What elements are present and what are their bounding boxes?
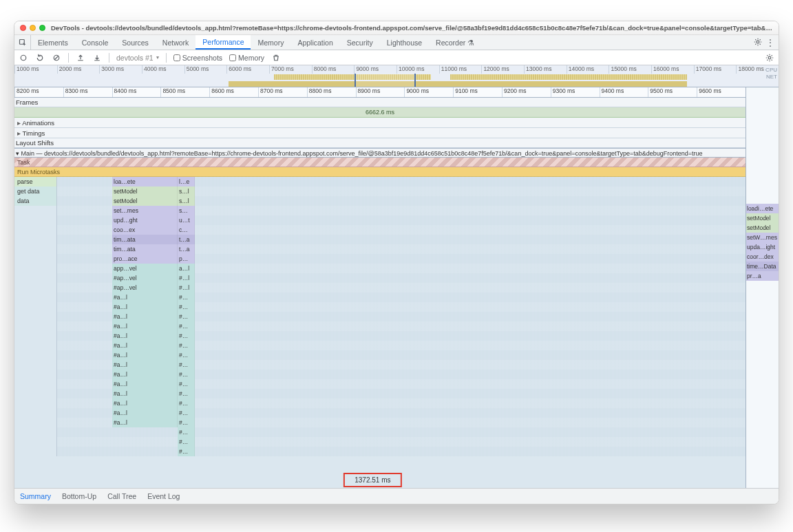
flame-chunk[interactable]: l…e bbox=[178, 177, 195, 187]
flame-chunk[interactable]: #…l bbox=[178, 283, 195, 292]
clear-button[interactable] bbox=[52, 53, 61, 63]
flame-row[interactable]: #a…l#… bbox=[14, 389, 746, 398]
frames-track-header[interactable]: Frames bbox=[14, 98, 746, 107]
flame-chunk[interactable]: #… bbox=[178, 427, 195, 437]
flame-chunk[interactable]: #…l bbox=[178, 273, 195, 283]
reload-record-button[interactable] bbox=[35, 53, 45, 63]
footer-tab-bottom-up[interactable]: Bottom-Up bbox=[62, 492, 96, 500]
flame-chunk[interactable]: #a…l bbox=[112, 389, 178, 398]
flame-chunk[interactable]: #… bbox=[178, 302, 195, 312]
tab-memory[interactable]: Memory bbox=[251, 35, 290, 50]
recording-select[interactable]: devtools #1 bbox=[116, 54, 159, 62]
tab-recorder-[interactable]: Recorder ⚗ bbox=[429, 35, 481, 50]
flame-row[interactable]: get datasetModels…l bbox=[14, 187, 746, 196]
flame-chunk[interactable]: s…l bbox=[178, 196, 195, 206]
flame-chunk[interactable]: p… bbox=[178, 254, 195, 264]
flame-row[interactable]: set…mess… bbox=[14, 206, 746, 215]
flame-chunk[interactable]: #… bbox=[178, 370, 195, 379]
flame-chunk[interactable]: #… bbox=[178, 389, 195, 398]
more-menu-button[interactable] bbox=[766, 38, 774, 47]
flame-row[interactable]: #a…l#… bbox=[14, 360, 746, 370]
inspect-element-button[interactable] bbox=[14, 35, 31, 50]
flame-row[interactable]: upd…ghtu…t bbox=[14, 215, 746, 225]
frames-row[interactable]: 6662.6 ms bbox=[14, 107, 746, 118]
tab-lighthouse[interactable]: Lighthouse bbox=[380, 35, 429, 50]
flame-row[interactable]: #… bbox=[14, 437, 746, 447]
flame-chunk[interactable]: #a…l bbox=[112, 379, 178, 389]
flame-chunk[interactable]: #a…l bbox=[112, 370, 178, 379]
flame-row[interactable]: #a…l#… bbox=[14, 398, 746, 408]
flame-chunk[interactable]: #a…l bbox=[112, 312, 178, 321]
memory-checkbox[interactable]: Memory bbox=[229, 54, 264, 62]
tab-network[interactable]: Network bbox=[156, 35, 196, 50]
flame-chunk[interactable]: u…t bbox=[178, 215, 195, 225]
flame-row[interactable]: app…vela…l bbox=[14, 264, 746, 273]
flame-row[interactable]: #a…l#… bbox=[14, 292, 746, 302]
flame-chunk[interactable]: #… bbox=[178, 331, 195, 341]
flame-chunk[interactable]: #a…l bbox=[112, 302, 178, 312]
flame-chunk[interactable]: setModel bbox=[112, 196, 178, 206]
flame-chunk[interactable]: s… bbox=[178, 206, 195, 215]
flame-chunk[interactable]: #… bbox=[178, 292, 195, 302]
flame-row[interactable]: #… bbox=[14, 427, 746, 437]
footer-tab-event-log[interactable]: Event Log bbox=[147, 492, 180, 500]
microtasks-row[interactable]: Run Microtasks bbox=[14, 167, 746, 177]
animations-track-header[interactable]: Animations bbox=[14, 118, 746, 128]
flame-row[interactable]: #a…l#… bbox=[14, 379, 746, 389]
flame-chunk[interactable]: #ap…vel bbox=[112, 273, 178, 283]
footer-tab-call-tree[interactable]: Call Tree bbox=[107, 492, 136, 500]
flame-chunk[interactable]: #… bbox=[178, 447, 195, 456]
minimize-icon[interactable] bbox=[30, 25, 36, 31]
flame-chunk[interactable]: #a…l bbox=[112, 408, 178, 418]
flame-chunk[interactable]: #a…l bbox=[112, 321, 178, 331]
flame-row[interactable]: tim…atat…a bbox=[14, 244, 746, 254]
flame-chunk[interactable]: c… bbox=[178, 225, 195, 235]
flame-chunk[interactable]: #a…l bbox=[112, 292, 178, 302]
flame-row[interactable]: datasetModels…l bbox=[14, 196, 746, 206]
tab-elements[interactable]: Elements bbox=[31, 35, 75, 50]
tab-application[interactable]: Application bbox=[290, 35, 339, 50]
flame-chunk[interactable]: set…mes bbox=[112, 206, 178, 215]
flame-chunk[interactable]: #… bbox=[178, 341, 195, 350]
flame-row[interactable]: #a…l#… bbox=[14, 302, 746, 312]
flame-chunk[interactable]: #… bbox=[178, 398, 195, 408]
flame-chunk[interactable]: #… bbox=[178, 321, 195, 331]
flame-chunk[interactable]: #… bbox=[178, 408, 195, 418]
flame-row[interactable]: #ap…vel#…l bbox=[14, 273, 746, 283]
main-thread-header[interactable]: Main — devtools://devtools/bundled/devto… bbox=[14, 148, 746, 158]
upload-button[interactable] bbox=[76, 53, 85, 63]
screenshots-checkbox[interactable]: Screenshots bbox=[173, 54, 222, 62]
flame-row[interactable]: tim…atat…a bbox=[14, 235, 746, 244]
flame-chunk[interactable]: #… bbox=[178, 379, 195, 389]
flame-row[interactable]: #ap…vel#…l bbox=[14, 283, 746, 292]
flame-chunk[interactable]: tim…ata bbox=[112, 235, 178, 244]
timings-track-header[interactable]: Timings bbox=[14, 128, 746, 138]
flame-chunk[interactable]: s…l bbox=[178, 187, 195, 196]
flame-chunk[interactable]: pro…ace bbox=[112, 254, 178, 264]
download-button[interactable] bbox=[92, 53, 102, 63]
record-button[interactable] bbox=[19, 53, 28, 63]
flame-row[interactable]: #a…l#… bbox=[14, 350, 746, 360]
footer-tab-summary[interactable]: Summary bbox=[20, 492, 51, 500]
flame-chunk[interactable]: #… bbox=[178, 437, 195, 447]
flame-chunk[interactable]: #a…l bbox=[112, 418, 178, 427]
flame-row[interactable]: #a…l#… bbox=[14, 408, 746, 418]
flame-chunk[interactable]: #a…l bbox=[112, 350, 178, 360]
flame-row[interactable]: parseloa…etel…e bbox=[14, 177, 746, 187]
flame-row[interactable]: #a…l#… bbox=[14, 370, 746, 379]
flame-chunk[interactable]: tim…ata bbox=[112, 244, 178, 254]
flame-chunk[interactable]: loa…ete bbox=[112, 177, 178, 187]
flame-chunk[interactable]: #a…l bbox=[112, 341, 178, 350]
flame-row[interactable]: #… bbox=[14, 447, 746, 456]
tab-sources[interactable]: Sources bbox=[115, 35, 156, 50]
tab-console[interactable]: Console bbox=[75, 35, 116, 50]
timeline-overview[interactable]: 1000 ms2000 ms3000 ms4000 ms5000 ms6000 … bbox=[14, 65, 779, 87]
garbage-collect-button[interactable] bbox=[271, 53, 281, 63]
flame-chunk[interactable]: upd…ght bbox=[112, 215, 178, 225]
flame-chunk[interactable]: #… bbox=[178, 418, 195, 427]
flame-chunk[interactable]: #a…l bbox=[112, 360, 178, 370]
flame-chunk[interactable]: t…a bbox=[178, 235, 195, 244]
flame-row[interactable]: #a…l#… bbox=[14, 341, 746, 350]
capture-settings-button[interactable] bbox=[765, 53, 774, 63]
flame-chunk[interactable]: #a…l bbox=[112, 331, 178, 341]
